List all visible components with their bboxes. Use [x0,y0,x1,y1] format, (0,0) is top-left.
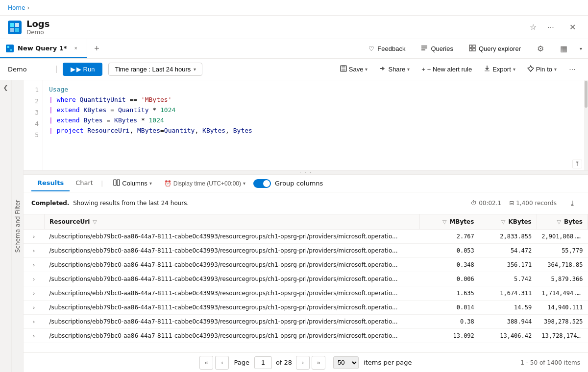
duration-value: 00:02.1 [479,200,501,207]
time-range-button[interactable]: Time range : Last 24 hours ▾ [108,63,202,76]
expand-cell-4[interactable]: › [24,286,45,301]
resource-filter-icon[interactable]: ▽ [93,219,97,225]
toolbar: Demo ▶ ▶ Run Time range : Last 24 hours … [0,59,588,80]
settings-button[interactable]: ⚙ [533,41,548,57]
share-button[interactable]: Share ▾ [375,63,414,76]
expand-cell-7[interactable]: › [24,329,45,343]
per-page-select[interactable]: 50 100 200 [333,356,359,369]
th-resource[interactable]: ResourceUri ▽ [45,214,420,230]
page-input[interactable] [254,356,272,369]
toolbar-more-button[interactable]: ··· [564,62,580,77]
queries-button[interactable]: Queries [417,43,457,55]
bytes-cell-6: 398,278.525 [537,315,588,329]
th-mbytes[interactable]: ▽ MBytes [420,214,479,230]
favorite-button[interactable]: ☆ [525,20,541,35]
items-per-page-label: items per page [364,359,412,366]
page-first-button[interactable]: « [199,356,213,370]
heart-icon: ♡ [368,45,374,52]
svg-rect-9 [469,45,472,47]
table-row: › /subscriptions/ebb79bc0-aa86-44a7-8111… [24,258,588,272]
of-label: of 28 [276,359,292,366]
results-tabs: Results Chart | Columns [24,175,588,192]
code-editor[interactable]: Usage | where QuantityUnit == 'MBytes' |… [43,80,588,170]
columns-button[interactable]: Columns ▾ [109,177,156,190]
svg-rect-11 [469,48,472,51]
breadcrumb-home[interactable]: Home [8,4,25,11]
resource-cell-6: /subscriptions/ebb79bc0-aa86-44a7-8111-c… [45,315,420,329]
bytes-filter-icon[interactable]: ▽ [557,219,561,225]
data-table-wrapper[interactable]: ResourceUri ▽ ▽ MBytes [24,214,588,352]
export-icon [484,65,490,73]
mbytes-filter-icon[interactable]: ▽ [442,219,446,225]
schema-panel: Schema and Filter [12,80,24,372]
tab-close-button[interactable]: × [71,44,81,53]
tab-separator: | [101,180,103,187]
new-alert-button[interactable]: + + New alert rule [417,63,476,75]
expand-cell-1[interactable]: › [24,244,45,258]
expand-cell-3[interactable]: › [24,272,45,286]
app-title-block: Logs Demo [26,19,525,36]
th-kbytes[interactable]: ▽ KBytes [479,214,537,230]
mbytes-cell-3: 0.006 [420,272,479,286]
svg-rect-5 [10,49,12,51]
status-text: Completed. Showing results from the last… [31,200,189,207]
collapse-editor-button[interactable]: ⤒ [572,160,582,168]
schema-label: Schema and Filter [14,200,21,253]
close-button[interactable]: ✕ [564,20,580,35]
tab-new-query-1[interactable]: New Query 1* × [0,39,87,58]
tab-results[interactable]: Results [31,175,70,191]
expand-cell-0[interactable]: › [24,230,45,244]
collapse-icon: ❮ [3,84,8,91]
page-last-button[interactable]: » [312,356,325,370]
pin-to-button[interactable]: Pin to ▾ [523,63,561,76]
svg-rect-7 [421,47,427,48]
tab-add-button[interactable]: + [87,39,107,58]
kbytes-cell-0: 2,833.855 [479,230,537,244]
results-area: Results Chart | Columns [24,175,588,372]
table-row: › /subscriptions/ebb79bc0-aa86-44a7-8111… [24,286,588,301]
app-header: Logs Demo ☆ ··· ✕ [0,16,588,39]
tab-chart[interactable]: Chart [70,175,99,191]
mbytes-cell-7: 13.092 [420,329,479,343]
bytes-cell-7: 13,728,174.047 [537,329,588,343]
group-columns-switch[interactable] [253,179,271,188]
kbytes-filter-icon[interactable]: ▽ [501,219,505,225]
mbytes-cell-2: 0.348 [420,258,479,272]
kbytes-cell-6: 388.944 [479,315,537,329]
resource-cell-5: /subscriptions/ebb79bc0-aa86-44a7-8111-c… [45,301,420,315]
resource-cell-7: /subscriptions/ebb79bc0-aa86-44a7-8111-c… [45,329,420,343]
expand-cell-2[interactable]: › [24,258,45,272]
resize-handle[interactable]: · · · [24,171,588,175]
feedback-button[interactable]: ♡ Feedback [365,43,409,54]
page-label: Page [234,359,249,366]
expand-cell-5[interactable]: › [24,301,45,315]
code-line-1: Usage [49,84,582,94]
status-detail: Showing results from the last 24 hours. [73,200,189,207]
layout-button[interactable]: ▦ [556,41,572,57]
pagination: « ‹ Page of 28 › » 50 100 200 items per … [24,352,588,372]
export-button[interactable]: Export ▾ [480,63,519,76]
th-bytes-label: Bytes [564,218,583,225]
query-explorer-button[interactable]: Query explorer [465,43,525,55]
save-button[interactable]: Save ▾ [336,63,372,76]
app-subtitle: Demo [26,29,525,36]
kbytes-cell-2: 356.171 [479,258,537,272]
kbytes-cell-7: 13,406.42 [479,329,537,343]
results-expand-button[interactable]: ⤓ [564,195,580,211]
table-row: › /subscriptions/ebb79bc0-aa86-44a7-8111… [24,329,588,343]
run-button[interactable]: ▶ ▶ Run [63,63,102,76]
mbytes-cell-1: 0.053 [420,244,479,258]
expand-cell-6[interactable]: › [24,315,45,329]
share-chevron-icon: ▾ [407,67,410,72]
collapse-toggle[interactable]: ❮ [0,80,12,372]
th-bytes[interactable]: ▽ Bytes [537,214,588,230]
tab-bar: New Query 1* × + ♡ Feedback Queries [0,39,588,59]
page-prev-button[interactable]: ‹ [215,356,229,370]
display-time-button[interactable]: ⏰ Display time (UTC+00:00) ▾ [160,178,249,189]
app-more-button[interactable]: ··· [543,20,559,35]
th-expand [24,214,45,230]
editor-scrollbar[interactable] [584,80,588,170]
page-next-button[interactable]: › [296,356,310,370]
svg-rect-16 [485,70,490,71]
table-row: › /subscriptions/ebb79bc0-aa86-44a7-8111… [24,315,588,329]
